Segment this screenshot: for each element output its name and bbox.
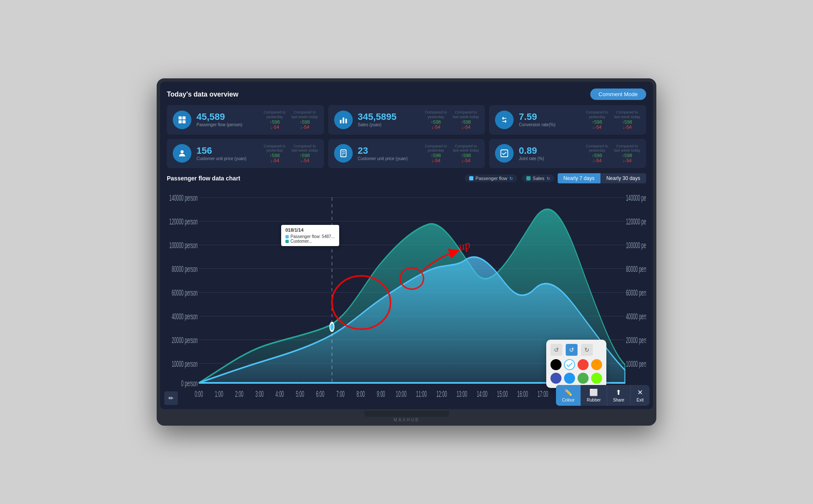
svg-text:3:00: 3:00 [255,389,264,399]
compare-yesterday-1: Compared toyesterday ↑598 ↓-54 [264,110,286,130]
svg-rect-5 [343,117,344,123]
stat-card-doc: 23 Customer unit price (yuan) Compared t… [328,139,485,169]
stat-label-5: Customer unit price (yuan) [358,156,420,161]
stat-comparisons-4: Compared toyesterday ↑598 ↓-54 Compared … [264,144,318,163]
stat-label-1: Passenger flow (person) [196,122,259,127]
comment-mode-button[interactable]: Comment Mode [590,89,646,100]
svg-text:120000 person: 120000 person [169,216,198,226]
monitor-base [364,411,449,417]
stat-value-6: 0.89 [519,146,581,155]
color-swatch-white[interactable] [564,359,575,370]
svg-text:140000 person: 140000 person [169,193,198,202]
svg-text:17:00: 17:00 [537,389,548,399]
svg-text:100000 person: 100000 person [169,240,198,250]
toolbar-rubber-button[interactable]: ⬜ Rubber [581,385,607,406]
stat-comparisons-3: Compared toyesterday ↑598 ↓-54 Compared … [586,110,640,130]
toolbar-colour-button[interactable]: ✏️ Colour [556,385,581,406]
svg-rect-2 [179,120,182,123]
svg-rect-0 [179,116,182,119]
svg-text:10:00: 10:00 [396,389,406,399]
color-swatch-lime[interactable] [591,373,602,384]
page-title: Today's data overview [167,91,238,98]
undo-button-1[interactable]: ↺ [550,344,562,356]
share-icon: ⬆ [616,388,621,396]
toolbar-exit-button[interactable]: ✕ Exit [630,385,650,406]
svg-text:5:00: 5:00 [296,389,304,399]
monitor-brand: MAXHUB [394,418,420,422]
stat-label-6: Joint rate (%) [519,156,581,161]
svg-text:10000 person: 10000 person [626,359,646,368]
legend-refresh-1[interactable]: ↻ [509,176,513,181]
stat-main-2: 345,5895 Sales (yuan) [358,112,420,127]
svg-text:8:00: 8:00 [357,389,365,399]
color-swatch-red[interactable] [578,359,589,370]
grid-icon [173,111,191,129]
stat-comparisons-1: Compared toyesterday ↑598 ↓-54 Compared … [264,110,318,130]
redo-button[interactable]: ↻ [581,344,593,356]
svg-text:120000 person: 120000 person [626,216,646,226]
period-btn-7days[interactable]: Nearly 7 days [558,173,600,183]
chart-tooltip: 018/1/14 Passenger flow: 5487... Custome… [281,225,339,246]
stat-card-joint-rate: 0.89 Joint rate (%) Compared toyesterday… [489,139,646,169]
legend-dot-blue [469,176,473,180]
rubber-icon: ⬜ [589,388,598,396]
stat-main-6: 0.89 Joint rate (%) [519,146,581,161]
svg-text:11:00: 11:00 [416,389,427,399]
svg-text:140000 person: 140000 person [626,193,646,202]
stat-comparisons-2: Compared toyesterday ↑598 ↓-54 Compared … [425,110,479,130]
svg-text:10000 person: 10000 person [171,359,198,368]
svg-text:15:00: 15:00 [497,389,508,399]
exit-label: Exit [636,398,644,402]
svg-point-40 [330,323,334,331]
svg-text:80000 person: 80000 person [626,264,646,274]
stat-value-4: 156 [196,146,259,155]
stat-card-sales: 345,5895 Sales (yuan) Compared toyesterd… [328,105,485,135]
svg-rect-3 [183,120,185,123]
svg-text:20000 person: 20000 person [171,335,198,345]
stat-value-5: 23 [358,146,420,155]
color-swatch-orange[interactable] [591,359,602,370]
color-swatch-black[interactable] [550,359,561,370]
svg-text:0 person: 0 person [181,378,198,388]
colour-icon: ✏️ [564,388,572,396]
header: Today's data overview Comment Mode [167,89,646,100]
exchange-icon [495,111,514,129]
tooltip-row-1: Passenger flow: 5487... [285,234,335,239]
svg-text:40000 person: 40000 person [626,311,646,321]
document-icon [334,144,353,163]
pencil-icon[interactable]: ✏ [164,391,178,405]
period-btn-30days[interactable]: Nearly 30 days [600,173,646,183]
bottom-toolbar: ✏️ Colour ⬜ Rubber ⬆ Share ✕ Exit [556,385,650,406]
stat-card-conversion: 7.59 Conversion rate(%) Compared toyeste… [489,105,646,135]
compare-week-1: Compared tolast week today ↑598 ↓-54 [292,110,318,130]
color-swatch-indigo[interactable] [550,373,561,384]
svg-text:14:00: 14:00 [477,389,487,399]
svg-text:60000 person: 60000 person [171,288,198,297]
stat-main-3: 7.59 Conversion rate(%) [519,112,581,127]
legend-refresh-2[interactable]: ↻ [547,176,550,181]
svg-point-7 [180,150,183,153]
svg-text:16:00: 16:00 [517,389,528,399]
rubber-label: Rubber [587,398,601,402]
stat-value-1: 45,589 [196,112,259,122]
stat-value-2: 345,5895 [358,112,420,122]
svg-text:13:00: 13:00 [456,389,467,399]
tooltip-dot-teal [285,240,289,243]
legend-sales: Sales ↻ [522,174,554,182]
toolbar-share-button[interactable]: ⬆ Share [607,385,631,406]
svg-text:7:00: 7:00 [336,389,345,399]
chart-period-buttons: Nearly 7 days Nearly 30 days [558,173,646,183]
svg-text:20000 person: 20000 person [626,335,646,345]
exit-icon: ✕ [637,388,643,396]
color-swatch-blue[interactable] [564,373,575,384]
checkbox-icon [495,144,514,163]
legend-label-2: Sales [533,176,545,181]
color-swatch-green[interactable] [578,373,589,384]
undo-button-2[interactable]: ↺ [566,344,578,356]
stat-comparisons-5: Compared toyesterday ↑598 ↓-54 Compared … [425,144,479,163]
svg-text:80000 person: 80000 person [171,264,198,274]
monitor: Today's data overview Comment Mode 45,58… [157,78,656,426]
tooltip-dot-blue [285,235,289,238]
stat-card-passenger-flow: 45,589 Passenger flow (person) Compared … [167,105,324,135]
screen-content: Today's data overview Comment Mode 45,58… [160,82,653,409]
